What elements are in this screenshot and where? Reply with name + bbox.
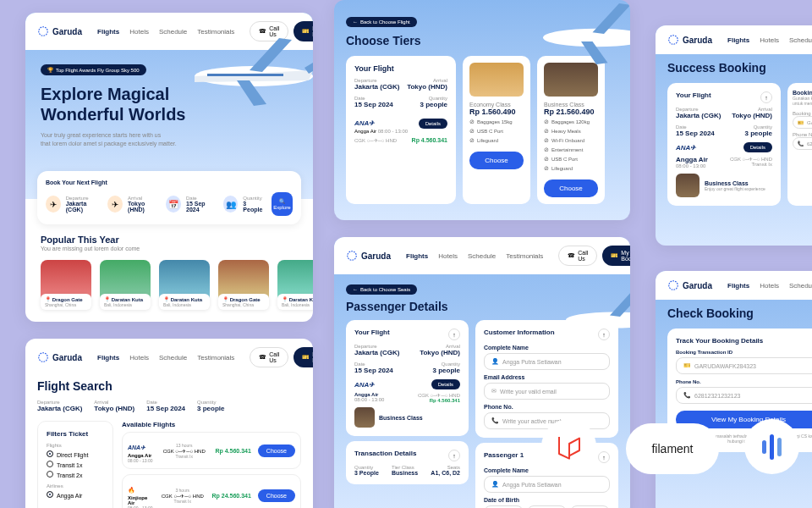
logo[interactable]: Garuda <box>37 351 82 363</box>
destination-card[interactable]: 📍 Dragon GateShanghai, China <box>41 260 91 310</box>
filter-transit2[interactable]: Transit 2x <box>47 471 104 478</box>
svg-point-8 <box>669 281 678 290</box>
filter-transit1[interactable]: Transit 1x <box>47 461 104 468</box>
filters-panel: Filters Ticket Flights Direct Flight Tra… <box>37 421 113 508</box>
my-booking-button[interactable]: 🎫 My Booking <box>294 347 313 367</box>
call-us-button[interactable]: ☎ Call Us <box>250 347 288 367</box>
choose-business-button[interactable]: Choose <box>544 179 598 197</box>
arrival-field[interactable]: ✈ArrivalTokyo (HND) <box>107 192 159 216</box>
filter-direct[interactable]: Direct Flight <box>47 450 104 458</box>
popular-sub: You are missing out lorem dolor come <box>41 245 298 253</box>
svg-point-5 <box>39 353 48 362</box>
arrow-icon[interactable]: ↑ <box>760 91 772 103</box>
bars-logo <box>744 419 799 474</box>
filament-logo: filament <box>626 423 719 474</box>
airplane-icon <box>520 0 630 85</box>
booking-id-input[interactable]: 🎫 GARUDAWAFK284323 <box>676 357 812 374</box>
back-button[interactable]: ← Back to Choose Flight <box>346 17 417 27</box>
popular-title: Popular This Year <box>41 235 298 245</box>
arrow-icon[interactable]: ↑ <box>448 329 460 340</box>
flight-row: ANA✈Angga Air08:00 - 13:00 13 hoursCGK ○… <box>122 432 301 469</box>
logo[interactable]: Garuda <box>667 34 712 46</box>
cb-title: Check Booking <box>667 306 812 320</box>
details-button[interactable]: Details <box>743 142 772 152</box>
airplane-icon <box>546 266 630 367</box>
svg-point-6 <box>348 251 357 261</box>
details-button[interactable]: Details <box>431 379 460 389</box>
filter-airline[interactable]: Angga Air <box>47 491 104 499</box>
nav-flights[interactable]: Flights <box>97 28 119 36</box>
your-flight-panel: Your Flight↑ DepartureJakarta (CGK)Arriv… <box>346 320 469 436</box>
explore-button[interactable]: 🔍Explore <box>272 192 293 216</box>
phone-input[interactable]: 📞 Write your active number <box>484 412 610 429</box>
booking-details-panel: Booking D Gunakan kod untuk meme Booking… <box>787 83 812 206</box>
choose-button[interactable]: Choose <box>258 489 295 502</box>
search-title: Book Your Next Flight <box>46 179 293 185</box>
date-field[interactable]: 📅Date15 Sep 2024 <box>166 192 216 216</box>
success-title: Success Booking <box>667 61 812 75</box>
svg-point-0 <box>39 27 48 36</box>
arrow-icon[interactable]: ↑ <box>598 451 610 463</box>
logo[interactable]: Garuda <box>37 25 82 37</box>
destination-card[interactable]: 📍 Daratan KutaBali, Indonesia <box>277 260 313 310</box>
call-us-button[interactable]: ☎ Call Us <box>558 246 597 266</box>
nav-hotels[interactable]: Hotels <box>129 28 149 36</box>
arrow-icon[interactable]: ↑ <box>448 450 460 461</box>
award-badge: 🏆 Top Flight Awards Fly Group Sky 500 <box>41 64 146 75</box>
class-image <box>676 174 700 197</box>
destination-card[interactable]: 📍 Daratan KutaBali, Indonesia <box>159 260 210 310</box>
your-flight-panel: Your Flight↑ DepartureJakarta (CGK)Arriv… <box>667 83 781 206</box>
name-input[interactable]: 👤 Angga Putra Setiawan <box>484 476 610 493</box>
fs-title: Flight Search <box>37 379 301 393</box>
email-input[interactable]: ✉ Write your valid email <box>484 383 610 400</box>
details-button[interactable]: Details <box>419 119 447 129</box>
your-flight-panel: Your Flight DepartureJakarta (CGK)Arriva… <box>346 56 456 204</box>
destination-card[interactable]: 📍 Dragon GateShanghai, China <box>218 260 269 310</box>
phone-input[interactable]: 📞 62812321232123 <box>676 387 812 404</box>
logo[interactable]: Garuda <box>667 279 712 291</box>
hero-title: Explore MagicalWonderful Worlds <box>41 84 298 124</box>
flight-row: 🔥Xinjiope Air08:00 - 13:00 3 hoursCGK ○─… <box>122 474 301 508</box>
choose-button[interactable]: Choose <box>258 444 295 457</box>
qty-field[interactable]: 👥Quantity3 People <box>223 192 265 216</box>
laravel-logo <box>541 419 596 474</box>
my-booking-button[interactable]: 🎫 My Booking <box>602 246 630 266</box>
choose-economy-button[interactable]: Choose <box>469 152 524 169</box>
transaction-panel: Transaction Details↑ Quantity3 PeopleTie… <box>346 441 469 484</box>
class-image <box>354 407 375 428</box>
back-button[interactable]: ← Back to Choose Seats <box>346 284 417 295</box>
departure-field[interactable]: ✈DepartureJakarta (CGK) <box>46 192 101 216</box>
hero-sub: Your truly great experience starts here … <box>41 131 298 148</box>
logo[interactable]: Garuda <box>346 250 391 262</box>
svg-point-4 <box>669 36 678 45</box>
destination-card[interactable]: 📍 Daratan KutaBali, Indonesia <box>100 260 151 310</box>
